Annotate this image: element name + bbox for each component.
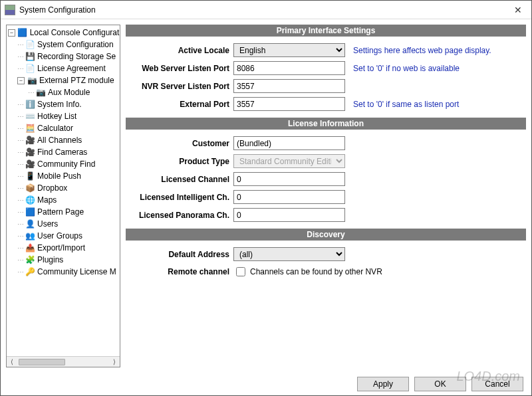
tree-connector-icon: ⋯	[17, 173, 23, 180]
tree-item[interactable]: ⋯👤Users	[7, 218, 120, 230]
system-config-window: System Configuration ✕ − 🟦 Local Console…	[0, 0, 532, 396]
customer-input[interactable]	[233, 136, 345, 150]
nvr-port-input[interactable]	[233, 79, 345, 93]
tree-item[interactable]: ⋯📄System Configuration	[7, 39, 120, 50]
scroll-left-icon[interactable]: ⟨	[7, 358, 17, 365]
tree-item-icon: 📦	[25, 183, 35, 193]
dialog-footer: Apply OK Cancel	[1, 373, 531, 395]
ext-port-label: External Port	[128, 100, 229, 109]
scroll-right-icon[interactable]: ⟩	[109, 358, 120, 365]
tree-item-label: System Configuration	[37, 40, 114, 49]
tree-item-icon: 📤	[25, 243, 35, 253]
tree-item[interactable]: ⋯📄License Agreement	[7, 62, 120, 74]
tree-item-label: All Channels	[37, 136, 82, 145]
web-port-input[interactable]	[233, 61, 345, 75]
licensed-channel-label: Licensed Channel	[128, 175, 229, 184]
close-button[interactable]: ✕	[509, 5, 527, 15]
tree-item[interactable]: ⋯📤Export/Import	[7, 242, 120, 254]
cancel-button[interactable]: Cancel	[471, 377, 523, 391]
tree-item-icon: 📷	[35, 87, 46, 98]
license-section: Customer Product Type Standard Community…	[126, 132, 526, 226]
tree-item-icon: 📄	[25, 63, 35, 74]
tree-item-icon: 👤	[25, 219, 35, 229]
tree-connector-icon: ⋯	[17, 268, 23, 276]
tree-connector-icon: ⋯	[17, 41, 23, 49]
tree-item-icon: 🔑	[25, 266, 35, 277]
tree-item[interactable]: ⋯👥User Groups	[7, 230, 120, 242]
product-type-select: Standard Community Edition	[233, 154, 345, 168]
ok-button[interactable]: OK	[414, 377, 466, 391]
row-product-type: Product Type Standard Community Edition	[128, 154, 523, 168]
tree-item[interactable]: ⋯💾Recording Storage Se	[7, 50, 120, 62]
tree-connector-icon: ⋯	[17, 113, 23, 120]
tree-connector-icon: ⋯	[17, 65, 23, 72]
tree-item[interactable]: ⋯📱Mobile Push	[7, 170, 120, 182]
tree-connector-icon: ⋯	[17, 53, 23, 60]
tree-item[interactable]: ⋯📦Dropbox	[7, 182, 120, 194]
row-licensed-channel: Licensed Channel	[128, 172, 523, 186]
tree-item-label: Calculator	[37, 124, 73, 133]
remote-channel-checkbox-label: Channels can be found by other NVR	[250, 267, 382, 276]
window-title: System Configuration	[19, 5, 509, 15]
licensed-channel-input[interactable]	[233, 172, 345, 186]
tree-item[interactable]: ⋯🔑Community License M	[7, 266, 120, 278]
tree-item[interactable]: −📷External PTZ module	[7, 74, 120, 86]
primary-section-header: Primary Interface Settings	[126, 25, 526, 37]
collapse-icon[interactable]: −	[17, 77, 25, 84]
tree-root[interactable]: − 🟦 Local Console Configurati	[7, 27, 120, 39]
tree-item[interactable]: ⋯⌨️Hotkey List	[7, 110, 120, 122]
licensed-pano-input[interactable]	[233, 208, 345, 222]
tree-item-icon: 🎥	[25, 159, 35, 169]
product-type-label: Product Type	[128, 157, 229, 166]
config-root-icon: 🟦	[17, 27, 28, 38]
tree-horizontal-scrollbar[interactable]: ⟨ ⟩	[7, 356, 120, 367]
tree-item-label: Hotkey List	[37, 112, 76, 121]
tree-item[interactable]: ⋯🎥Find Cameras	[7, 146, 120, 158]
row-ext-port: External Port Set to '0' if same as list…	[128, 97, 523, 111]
default-address-select[interactable]: (all)	[233, 247, 345, 261]
tree-item[interactable]: ⋯🧩Plugins	[7, 254, 120, 266]
config-tree: − 🟦 Local Console Configurati ⋯📄System C…	[6, 25, 120, 367]
tree-item[interactable]: ⋯📷Aux Module	[7, 86, 120, 98]
remote-channel-checkbox-input[interactable]	[236, 267, 245, 276]
tree-item-label: Community License M	[37, 267, 116, 276]
tree-item-label: User Groups	[37, 231, 82, 241]
row-default-address: Default Address (all)	[128, 247, 523, 261]
active-locale-label: Active Locale	[128, 46, 229, 55]
tree-item[interactable]: ⋯🧮Calculator	[7, 122, 120, 134]
tree-item-icon: 🟦	[25, 207, 35, 217]
license-section-header: License Information	[126, 118, 526, 130]
app-icon	[5, 5, 15, 15]
nvr-port-label: NVR Server Listen Port	[128, 82, 229, 91]
tree-item[interactable]: ⋯ℹ️System Info.	[7, 98, 120, 110]
tree-connector-icon: ⋯	[17, 125, 23, 132]
active-locale-select[interactable]: English	[233, 43, 345, 57]
tree-item-icon: 📄	[25, 39, 35, 50]
remote-channel-checkbox[interactable]: Channels can be found by other NVR	[233, 265, 382, 278]
tree-connector-icon: ⋯	[17, 149, 23, 156]
tree-item[interactable]: ⋯🌐Maps	[7, 194, 120, 206]
tree-connector-icon: ⋯	[17, 245, 23, 252]
web-port-hint: Set to '0' if no web is available	[353, 64, 460, 73]
tree-item-label: License Agreement	[37, 64, 106, 73]
scroll-thumb[interactable]	[19, 359, 65, 365]
tree-item[interactable]: ⋯🎥All Channels	[7, 134, 120, 146]
tree-item-label: Plugins	[37, 255, 63, 264]
tree-item[interactable]: ⋯🟦Pattern Page	[7, 206, 120, 218]
tree-item-icon: 🧩	[25, 254, 35, 265]
tree-item-label: Community Find	[37, 159, 95, 169]
tree-item-label: Dropbox	[37, 183, 67, 193]
tree-connector-icon: ⋯	[17, 256, 23, 264]
tree-item-icon: 🎥	[25, 147, 35, 157]
tree-connector-icon: ⋯	[17, 185, 23, 192]
ext-port-input[interactable]	[233, 97, 345, 111]
row-customer: Customer	[128, 136, 523, 150]
licensed-intel-input[interactable]	[233, 190, 345, 204]
tree-item[interactable]: ⋯🎥Community Find	[7, 158, 120, 170]
apply-button[interactable]: Apply	[357, 377, 409, 391]
tree-item-label: Users	[37, 219, 58, 229]
collapse-icon[interactable]: −	[8, 29, 15, 37]
row-active-locale: Active Locale English Settings here affe…	[128, 43, 523, 57]
tree-item-label: Export/Import	[37, 243, 85, 252]
tree-item-icon: 🎥	[25, 135, 35, 146]
